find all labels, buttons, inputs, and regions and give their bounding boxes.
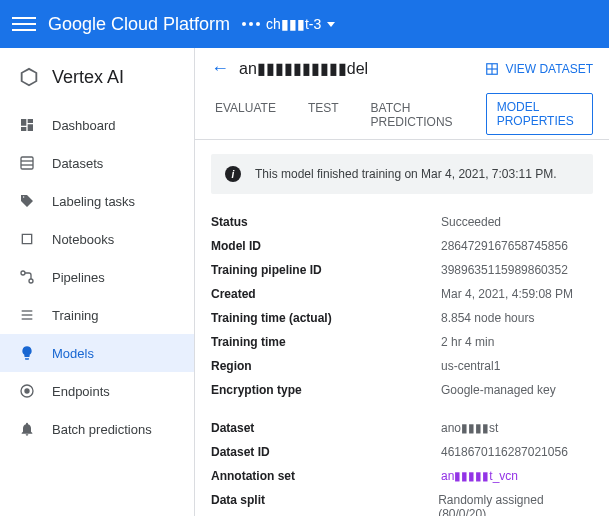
page-title: an▮▮▮▮▮▮▮▮▮▮del (239, 59, 475, 78)
sidebar-title: Vertex AI (52, 67, 124, 88)
prop-value: 2 hr 4 min (441, 335, 494, 349)
prop-key: Encryption type (211, 383, 441, 397)
sidebar: Vertex AI Dashboard Datasets Labeling ta… (0, 48, 195, 516)
back-arrow-icon[interactable]: ← (211, 58, 229, 79)
sidebar-item-label: Models (52, 346, 94, 361)
sidebar-item-label: Endpoints (52, 384, 110, 399)
svg-point-4 (29, 279, 33, 283)
notebook-icon (18, 230, 36, 248)
info-icon: i (225, 166, 241, 182)
tab-properties[interactable]: MODEL PROPERTIES (486, 93, 593, 135)
vertex-logo-icon (18, 66, 40, 88)
prop-value: us-central1 (441, 359, 500, 373)
top-bar: Google Cloud Platform ch▮▮▮t-3 (0, 0, 609, 48)
annotation-set-link[interactable]: an▮▮▮▮▮t_vcn (441, 469, 518, 483)
svg-rect-0 (21, 157, 33, 169)
prop-key: Model ID (211, 239, 441, 253)
pipeline-icon (18, 268, 36, 286)
sidebar-item-label: Training (52, 308, 98, 323)
view-dataset-button[interactable]: VIEW DATASET (485, 62, 593, 76)
prop-value: 3989635115989860352 (441, 263, 568, 277)
dashboard-icon (18, 116, 36, 134)
prop-key: Dataset (211, 421, 441, 435)
prop-value: Google-managed key (441, 383, 556, 397)
sidebar-item-endpoints[interactable]: Endpoints (0, 372, 194, 410)
prop-key: Region (211, 359, 441, 373)
tab-batch[interactable]: BATCH PREDICTIONS (367, 93, 462, 139)
prop-key: Training pipeline ID (211, 263, 441, 277)
project-icon (242, 22, 260, 26)
svg-point-9 (25, 389, 29, 393)
tag-icon (18, 192, 36, 210)
prop-value: 2864729167658745856 (441, 239, 568, 253)
project-selector[interactable]: ch▮▮▮t-3 (242, 16, 335, 32)
notice-text: This model finished training on Mar 4, 2… (255, 167, 557, 181)
prop-key: Annotation set (211, 469, 441, 483)
prop-value: ano▮▮▮▮st (441, 421, 498, 435)
sidebar-item-datasets[interactable]: Datasets (0, 144, 194, 182)
svg-point-3 (21, 271, 25, 275)
prop-value: Randomly assigned (80/0/20) (438, 493, 593, 516)
sidebar-item-dashboard[interactable]: Dashboard (0, 106, 194, 144)
tab-evaluate[interactable]: EVALUATE (211, 93, 280, 139)
prop-key: Training time (211, 335, 441, 349)
datasets-icon (18, 154, 36, 172)
sidebar-item-label: Notebooks (52, 232, 114, 247)
sidebar-item-pipelines[interactable]: Pipelines (0, 258, 194, 296)
prop-key: Created (211, 287, 441, 301)
grid-icon (485, 62, 499, 76)
prop-key: Dataset ID (211, 445, 441, 459)
main-content: ← an▮▮▮▮▮▮▮▮▮▮del VIEW DATASET EVALUATE … (195, 48, 609, 516)
prop-key: Data split (211, 493, 438, 516)
menu-icon[interactable] (12, 12, 36, 36)
sidebar-item-labeling[interactable]: Labeling tasks (0, 182, 194, 220)
sidebar-item-label: Batch predictions (52, 422, 152, 437)
prop-value: 8.854 node hours (441, 311, 534, 325)
bell-icon (18, 420, 36, 438)
sidebar-item-models[interactable]: Models (0, 334, 194, 372)
sidebar-item-label: Pipelines (52, 270, 105, 285)
prop-key: Status (211, 215, 441, 229)
prop-value: Mar 4, 2021, 4:59:08 PM (441, 287, 573, 301)
endpoint-icon (18, 382, 36, 400)
project-name: ch▮▮▮t-3 (266, 16, 321, 32)
prop-value: Succeeded (441, 215, 501, 229)
properties-group-2: Datasetano▮▮▮▮st Dataset ID4618670116287… (211, 416, 593, 516)
sidebar-item-batch[interactable]: Batch predictions (0, 410, 194, 448)
training-icon (18, 306, 36, 324)
sidebar-item-notebooks[interactable]: Notebooks (0, 220, 194, 258)
models-icon (18, 344, 36, 362)
sidebar-item-training[interactable]: Training (0, 296, 194, 334)
sidebar-item-label: Dashboard (52, 118, 116, 133)
sidebar-item-label: Labeling tasks (52, 194, 135, 209)
sidebar-item-label: Datasets (52, 156, 103, 171)
tabs: EVALUATE TEST BATCH PREDICTIONS MODEL PR… (195, 87, 609, 140)
chevron-down-icon (327, 22, 335, 27)
training-notice: i This model finished training on Mar 4,… (211, 154, 593, 194)
brand-title: Google Cloud Platform (48, 14, 230, 35)
tab-test[interactable]: TEST (304, 93, 343, 139)
sidebar-header: Vertex AI (0, 56, 194, 106)
prop-value: 4618670116287021056 (441, 445, 568, 459)
properties-group-1: StatusSucceeded Model ID2864729167658745… (211, 210, 593, 402)
prop-key: Training time (actual) (211, 311, 441, 325)
